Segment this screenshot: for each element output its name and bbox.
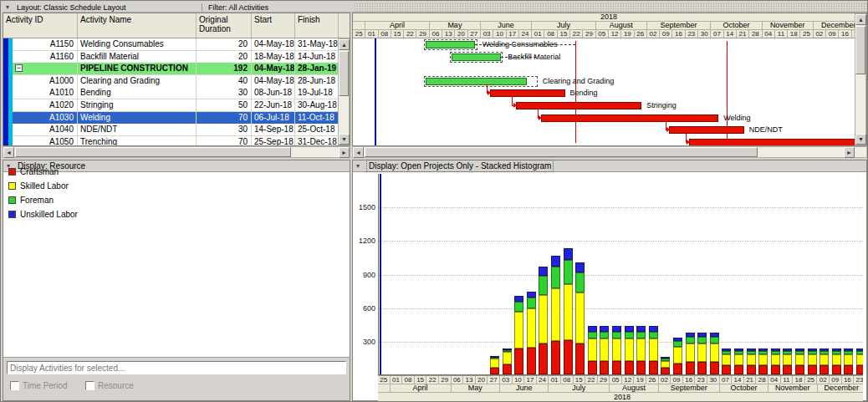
histogram-segment-skilled-labor (783, 354, 792, 365)
table-row-pipeline-construction[interactable]: −PIPELINE CONSTRUCTION19204-May-1828-Jan… (3, 63, 339, 75)
table-row-a1030[interactable]: A1030Welding7006-Jul-1811-Oct-18 (3, 112, 339, 125)
table-row-a1000[interactable]: A1000Clearing and Grading4004-May-1828-J… (3, 75, 339, 88)
scroll-up-icon[interactable]: ▲ (339, 39, 350, 50)
table-row-a1040[interactable]: A1040NDE/NDT3014-Sep-1825-Oct-18 (3, 124, 339, 136)
table-header-row: Activity IDActivity NameOriginal Duratio… (3, 13, 350, 38)
legend-item-craftsman[interactable]: Craftsman (8, 165, 59, 177)
scrollbar-thumb[interactable] (365, 147, 758, 157)
scroll-right-icon[interactable]: ► (339, 147, 350, 158)
display-options-chevron-icon[interactable]: ▾ (356, 160, 360, 171)
week-cell: 08 (544, 30, 557, 38)
histogram-segment-foreman (832, 351, 841, 354)
gantt-bar-stringing[interactable] (516, 102, 642, 109)
table-row-a1050[interactable]: A1050Trenching7025-Sep-1831-Dec-18 (3, 136, 339, 145)
histogram-segment-skilled-labor (832, 354, 841, 365)
histogram-segment-craftsman (771, 365, 780, 374)
gantt-bar-welding[interactable] (541, 114, 718, 122)
gantt-vertical-scrollbar[interactable]: ▲ ▼ (855, 13, 866, 145)
table-row-a1150[interactable]: A1150Welding Consumables2004-May-1831-Ma… (3, 38, 339, 51)
week-cell: 13 (442, 30, 455, 38)
histogram-segment-skilled-labor (673, 347, 682, 364)
histogram-segment-foreman (747, 351, 756, 354)
legend-item-foreman[interactable]: Foreman (8, 194, 54, 206)
week-cell: 06 (430, 30, 442, 38)
month-april: April (365, 22, 430, 29)
week-cell: 08 (402, 376, 415, 384)
histogram-segment-unskilled-labor (832, 349, 841, 351)
scroll-right-icon[interactable]: ► (844, 147, 855, 158)
gantt-bar-welding-consumables[interactable] (426, 41, 475, 48)
week-cell: 05 (610, 376, 622, 384)
scrollbar-thumb[interactable] (15, 147, 291, 157)
table-row-a1160[interactable]: A1160Backfill Material2018-May-1814-Jun-… (3, 51, 339, 64)
cell-id: A1000 (13, 75, 78, 88)
column-header-activity-name[interactable]: Activity Name (78, 13, 197, 38)
month-december: December (818, 384, 863, 392)
table-vertical-scrollbar[interactable]: ▲ ▼ (338, 38, 350, 145)
gantt-bar-nde-ndt[interactable] (669, 126, 744, 134)
y-gridline (379, 241, 863, 242)
week-cell: 08 (379, 30, 391, 38)
legend-item-unskilled-labor[interactable]: Unskilled Labor (8, 208, 78, 220)
gantt-bar-backfill-material[interactable] (452, 53, 501, 61)
column-header-activity-id[interactable]: Activity ID (3, 13, 78, 38)
week-cell: 10 (513, 376, 525, 384)
scroll-down-icon[interactable]: ▼ (855, 134, 866, 145)
week-cell: 28 (756, 376, 768, 384)
column-header-start[interactable]: Start (252, 13, 295, 38)
histogram-segment-craftsman (697, 362, 707, 374)
legend-item-skilled-labor[interactable]: Skilled Labor (8, 180, 69, 191)
cell-id: − (13, 63, 78, 75)
scroll-down-icon[interactable]: ▼ (339, 134, 350, 145)
cell-name: Welding (78, 112, 197, 125)
histogram-segment-unskilled-labor (771, 349, 780, 351)
histogram-segment-craftsman (686, 362, 695, 374)
histogram-segment-unskilled-labor (661, 357, 670, 359)
gantt-horizontal-scrollbar[interactable]: ◄ ► (352, 146, 867, 158)
table-body: A1150Welding Consumables2004-May-1831-Ma… (3, 38, 339, 145)
month-june: June (481, 22, 532, 29)
scrollbar-thumb[interactable] (339, 51, 349, 96)
week-cell: 02 (817, 376, 830, 384)
histogram-segment-unskilled-labor (600, 326, 609, 332)
table-row-a1020[interactable]: A1020Stringing5022-Jun-1830-Aug-18 (3, 99, 339, 112)
cell-fin: 25-Oct-18 (295, 124, 339, 136)
week-cell: 14 (724, 30, 737, 38)
histogram-segment-foreman (686, 337, 695, 343)
gantt-bar-bending[interactable] (490, 89, 565, 97)
layout-options-chevron-icon[interactable]: ▾ (6, 3, 9, 13)
cell-dur: 70 (197, 112, 252, 125)
primavera-p6-window: ▾ Layout: Classic Schedule Layout Filter… (0, 0, 868, 402)
histogram-segment-foreman (600, 332, 609, 338)
week-cell: 01 (391, 376, 403, 384)
month-november: November (768, 384, 817, 392)
scroll-left-icon[interactable]: ◄ (3, 147, 14, 158)
scroll-up-icon[interactable]: ▲ (855, 14, 866, 25)
gantt-bar-clearing-and-grading[interactable] (426, 78, 526, 85)
month-may: May (452, 384, 500, 392)
gantt-bar-trenching[interactable] (689, 139, 856, 145)
week-cell: 01 (549, 376, 561, 384)
week-cell: 16 (683, 376, 696, 384)
month-prev (353, 22, 365, 29)
histogram-segment-foreman (539, 276, 548, 295)
resource-label: Resource (98, 381, 134, 390)
week-cell: 01 (532, 30, 544, 38)
relationship-arrowhead-icon (539, 115, 542, 120)
histogram-segment-unskilled-labor (808, 349, 817, 351)
histogram-segment-skilled-labor (734, 354, 743, 365)
scroll-left-icon[interactable]: ◄ (353, 147, 364, 158)
column-header-original-duration[interactable]: Original Duration (197, 13, 252, 38)
relationship-arrowhead-icon (687, 140, 690, 145)
gantt-chart-area: Welding ConsumablesBackfill MaterialClea… (353, 38, 856, 145)
histogram-segment-foreman (722, 351, 731, 354)
histogram-segment-skilled-labor (600, 338, 609, 361)
table-row-a1010[interactable]: A1010Bending3008-Jun-1819-Jul-18 (3, 87, 339, 99)
week-cell: 01 (365, 30, 378, 38)
histogram-year-band: 2018 (378, 393, 863, 401)
histogram-segment-unskilled-labor (686, 333, 695, 337)
table-horizontal-scrollbar[interactable]: ◄ ► (3, 146, 350, 158)
collapse-icon[interactable]: − (15, 64, 23, 72)
column-header-finish[interactable]: Finish (295, 13, 339, 38)
scrollbar-thumb[interactable] (855, 26, 865, 74)
